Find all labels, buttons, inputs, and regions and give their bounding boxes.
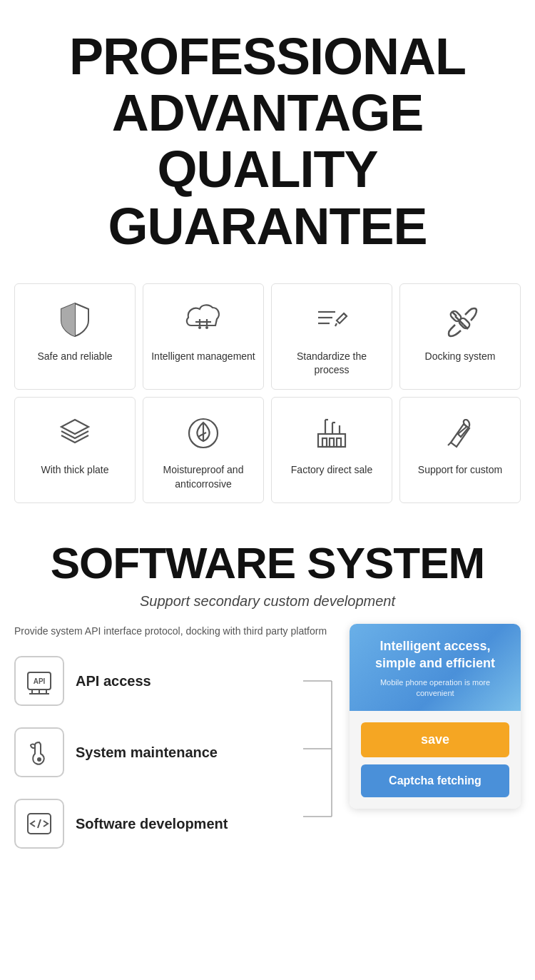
captcha-button[interactable]: Captcha fetching: [361, 764, 509, 797]
feature-safe-reliable: Safe and reliable: [14, 283, 136, 390]
feature-label-custom: Support for custom: [418, 463, 502, 478]
api-icon: API: [14, 656, 64, 706]
development-label: Software development: [76, 814, 228, 833]
feature-label-moisture: Moistureproof and anticorrosive: [151, 463, 256, 491]
leaf-shield-icon: [182, 412, 225, 455]
software-content: Provide system API interface protocol, d…: [14, 624, 521, 849]
main-title: PROFESSIONAL ADVANTAGE QUALITY GUARANTEE: [14, 29, 521, 255]
feature-label-thick: With thick plate: [41, 463, 109, 478]
svg-line-11: [335, 323, 337, 326]
feature-thick-plate: With thick plate: [14, 397, 136, 503]
svg-line-39: [38, 819, 41, 828]
features-row-1: Safe and reliable Intelligent management: [14, 283, 521, 390]
tools-icon: [439, 412, 482, 455]
software-left-panel: Provide system API interface protocol, d…: [14, 624, 335, 849]
svg-point-2: [205, 326, 208, 329]
svg-point-1: [198, 326, 201, 329]
feature-standardize: Standardize the process: [271, 283, 392, 390]
software-title: SOFTWARE SYSTEM: [14, 539, 521, 587]
feature-label-standardize: Standardize the process: [279, 350, 384, 378]
feature-label-factory: Factory direct sale: [291, 463, 372, 478]
software-item-maintenance: System maintenance: [14, 727, 335, 777]
shield-icon: [54, 298, 96, 341]
layers-icon: [54, 412, 96, 455]
panel-main-text: Intelligent access, simple and efficient: [361, 638, 509, 672]
feature-label-docking: Docking system: [425, 350, 496, 364]
svg-rect-13: [458, 317, 471, 330]
svg-line-26: [448, 443, 451, 445]
software-right-panel: Intelligent access, simple and efficient…: [350, 624, 521, 809]
panel-top: Intelligent access, simple and efficient…: [350, 624, 521, 711]
software-item-api: API API access: [14, 656, 335, 706]
link-icon: [439, 298, 482, 341]
svg-rect-19: [330, 438, 334, 447]
svg-point-37: [37, 757, 41, 762]
wrench-drop-icon: [14, 727, 64, 777]
svg-marker-14: [61, 420, 88, 434]
cloud-settings-icon: [182, 298, 225, 341]
software-description: Provide system API interface protocol, d…: [14, 624, 335, 639]
feature-custom: Support for custom: [399, 397, 521, 503]
software-section: SOFTWARE SYSTEM Support secondary custom…: [0, 517, 535, 863]
feature-moistureproof: Moistureproof and anticorrosive: [143, 397, 264, 503]
software-items-container: API API access: [14, 656, 335, 849]
feature-label-safe: Safe and reliable: [37, 350, 112, 364]
factory-icon: [310, 412, 353, 455]
svg-line-10: [344, 313, 347, 316]
svg-rect-20: [337, 438, 341, 447]
pencil-lines-icon: [310, 298, 353, 341]
api-access-label: API access: [76, 672, 151, 690]
save-button[interactable]: save: [361, 722, 509, 757]
feature-docking: Docking system: [399, 283, 521, 390]
panel-bottom: save Captcha fetching: [350, 711, 521, 809]
features-row-2: With thick plate Moistureproof and antic…: [14, 397, 521, 503]
features-section: Safe and reliable Intelligent management: [0, 276, 535, 517]
panel-sub-text: Mobile phone operation is more convenien…: [361, 677, 509, 699]
svg-text:API: API: [34, 677, 46, 685]
feature-label-intelligent: Intelligent management: [151, 350, 255, 364]
software-subtitle: Support secondary custom development: [14, 593, 521, 610]
code-icon: [14, 799, 64, 849]
software-item-development: Software development: [14, 799, 335, 849]
feature-factory: Factory direct sale: [271, 397, 392, 503]
feature-intelligent: Intelligent management: [143, 283, 264, 390]
header-section: PROFESSIONAL ADVANTAGE QUALITY GUARANTEE: [0, 0, 535, 276]
maintenance-label: System maintenance: [76, 743, 218, 762]
svg-rect-18: [322, 438, 327, 447]
